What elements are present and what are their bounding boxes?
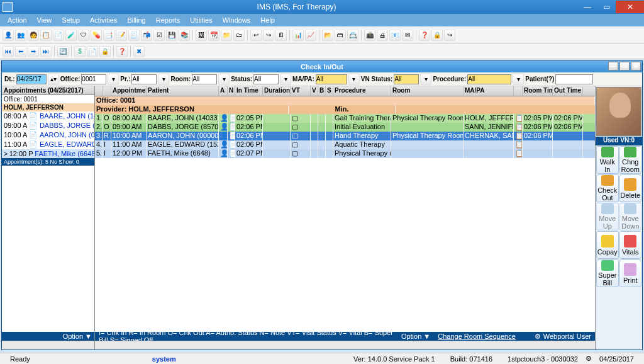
provider-dropdown-icon[interactable]: ▾	[158, 74, 169, 85]
nav-icon-11[interactable]: ❓	[116, 46, 128, 57]
table-row[interactable]: 4.I11:00 AMEAGLE, EDWARD (15264)👤📄02:06 …	[95, 140, 595, 149]
office-input[interactable]	[81, 74, 106, 84]
toolbar-icon-14[interactable]: 📚	[179, 30, 190, 41]
toolbar-icon-38[interactable]: 🔒	[431, 30, 443, 41]
nav-icon-0[interactable]: ⏮	[3, 46, 14, 57]
table-row[interactable]: 3.R10:00 AMAARON, JOHN (0000017580)👤📄02:…	[95, 132, 595, 140]
toolbar-icon-37[interactable]: ❓	[419, 30, 430, 41]
room-dropdown-icon[interactable]: ▾	[218, 74, 230, 85]
action-walk-in[interactable]: Walk In	[596, 146, 619, 174]
inner-minimize-button[interactable]: —	[608, 62, 618, 71]
mapa-input[interactable]	[316, 74, 347, 84]
toolbar-icon-6[interactable]: 🛡	[78, 30, 89, 41]
toolbar-icon-22[interactable]: ↪	[263, 30, 274, 41]
inner-close-button[interactable]: ✕	[631, 62, 641, 71]
menu-reports[interactable]: Reports	[151, 15, 186, 25]
col-header[interactable]: S	[326, 86, 333, 96]
toolbar-icon-23[interactable]: 🗓	[275, 30, 287, 41]
col-header[interactable]: Out Time	[553, 86, 583, 96]
toolbar-icon-16[interactable]: 🖼	[196, 30, 207, 41]
toolbar-icon-4[interactable]: 📄	[53, 30, 64, 41]
col-header[interactable]	[103, 86, 111, 96]
toolbar-icon-29[interactable]: 🗃	[335, 30, 346, 41]
toolbar-icon-33[interactable]: 🖨	[377, 30, 388, 41]
toolbar-icon-13[interactable]: 💾	[166, 30, 177, 41]
minimize-button[interactable]: —	[578, 1, 597, 13]
toolbar-icon-9[interactable]: 📝	[116, 30, 127, 41]
action-print[interactable]: Print	[619, 259, 642, 287]
menu-windows[interactable]: Windows	[218, 15, 256, 25]
procedure-dropdown-icon[interactable]: ▾	[513, 74, 524, 85]
toolbar-icon-25[interactable]: 📊	[292, 30, 304, 41]
toolbar-icon-1[interactable]: 👥	[15, 30, 26, 41]
toolbar-icon-32[interactable]: 📠	[364, 30, 375, 41]
vnstatus-input[interactable]	[394, 74, 419, 84]
nav-icon-13[interactable]: ✖	[133, 46, 145, 57]
toolbar-icon-7[interactable]: 💊	[91, 30, 102, 41]
inner-maximize-button[interactable]: ▭	[619, 62, 630, 71]
nav-icon-2[interactable]: ➡	[28, 46, 39, 57]
status-input[interactable]	[253, 74, 279, 84]
col-header[interactable]: V	[311, 86, 318, 96]
action-super-bill[interactable]: Super Bill	[596, 259, 619, 287]
toolbar-icon-28[interactable]: 📂	[322, 30, 333, 41]
menu-activities[interactable]: Activities	[85, 15, 122, 25]
col-header[interactable]: Room Time	[523, 86, 553, 96]
nav-icon-8[interactable]: 📄	[87, 46, 98, 57]
menu-action[interactable]: Action	[3, 15, 32, 25]
col-header[interactable]: B	[318, 86, 326, 96]
toolbar-icon-2[interactable]: 🧑	[28, 30, 39, 41]
office-dropdown-icon[interactable]: ▾	[108, 74, 119, 85]
patient-input[interactable]	[555, 74, 593, 84]
left-option-bar[interactable]: Option ▼	[2, 332, 94, 341]
vnstatus-dropdown-icon[interactable]: ▾	[420, 74, 431, 85]
table-row[interactable]: 1.O08:00 AMBAARE, JOHN (14033)👤📄02:05 PM…	[95, 114, 595, 123]
col-header[interactable]: A	[219, 86, 228, 96]
action-check-out[interactable]: Check Out	[596, 174, 619, 202]
menu-setup[interactable]: Setup	[57, 15, 85, 25]
action-copay[interactable]: Copay	[596, 231, 619, 259]
action-chng-room[interactable]: Chng Room	[619, 146, 642, 174]
col-header[interactable]: Procedure	[333, 86, 391, 96]
nav-icon-1[interactable]: ⬅	[15, 46, 26, 57]
toolbar-icon-0[interactable]: 👤	[3, 30, 14, 41]
provider-input[interactable]	[131, 74, 157, 84]
toolbar-icon-3[interactable]: 📋	[40, 30, 52, 41]
menu-help[interactable]: Help	[255, 15, 280, 25]
col-header[interactable]: VT	[291, 86, 311, 96]
col-header[interactable]: Duration	[263, 86, 291, 96]
mapa-dropdown-icon[interactable]: ▾	[348, 74, 360, 85]
close-button[interactable]: ✕	[616, 1, 644, 13]
change-room-link[interactable]: Change Room Sequence	[438, 333, 516, 340]
room-input[interactable]	[192, 74, 217, 84]
toolbar-icon-19[interactable]: 🗂	[233, 30, 245, 41]
col-header[interactable]: Patient	[147, 86, 219, 96]
grid-scrollbar[interactable]	[95, 341, 595, 350]
toolbar-icon-34[interactable]: 📧	[389, 30, 401, 41]
toolbar-icon-5[interactable]: 🧪	[65, 30, 77, 41]
appt-row[interactable]: > 12:00 P FAETH, Mike (6648)	[2, 149, 94, 158]
procedure-input[interactable]	[467, 74, 511, 84]
nav-icon-7[interactable]: $	[74, 46, 86, 57]
col-header[interactable]: MA/PA	[464, 86, 514, 96]
nav-icon-9[interactable]: 🔒	[99, 46, 111, 57]
toolbar-icon-21[interactable]: ↩	[250, 30, 262, 41]
nav-icon-5[interactable]: 🔄	[57, 46, 69, 57]
left-scrollbar[interactable]	[2, 341, 94, 350]
col-header[interactable]: N	[228, 86, 235, 96]
toolbar-icon-39[interactable]: ↪	[444, 30, 455, 41]
toolbar-icon-11[interactable]: 📬	[141, 30, 152, 41]
toolbar-icon-18[interactable]: 📁	[221, 30, 232, 41]
col-header[interactable]: Room	[391, 86, 464, 96]
nav-icon-3[interactable]: ⏭	[40, 46, 52, 57]
status-dropdown-icon[interactable]: ▾	[280, 74, 291, 85]
menu-billing[interactable]: Billing	[122, 15, 150, 25]
toolbar-icon-17[interactable]: 📆	[208, 30, 219, 41]
col-header[interactable]	[95, 86, 103, 96]
table-row[interactable]: 2.O09:00 AMDABBS, JORGE (8570)👤📄02:06 PM…	[95, 123, 595, 132]
table-row[interactable]: 5.I12:00 PMFAETH, Mike (6648)👤📄02:07 PM▢…	[95, 149, 595, 158]
maximize-button[interactable]: ▭	[597, 1, 616, 13]
date-input[interactable]	[16, 74, 47, 84]
menu-view[interactable]: View	[32, 15, 57, 25]
grid-option[interactable]: Option ▼	[401, 333, 430, 340]
